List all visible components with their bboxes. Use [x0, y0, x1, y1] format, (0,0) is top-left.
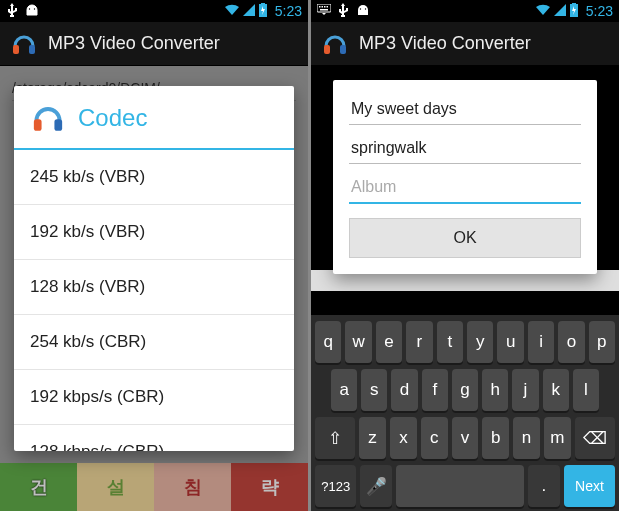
svg-rect-7 [54, 119, 62, 131]
action-bar: MP3 Video Converter [0, 22, 308, 66]
svg-rect-8 [317, 4, 331, 12]
key-k[interactable]: k [543, 369, 569, 411]
codec-list: 245 kb/s (VBR) 192 kb/s (VBR) 128 kb/s (… [14, 150, 294, 451]
svg-point-1 [34, 8, 35, 9]
signal-icon [554, 4, 566, 19]
codec-option[interactable]: 254 kb/s (CBR) [14, 315, 294, 370]
usb-icon [6, 3, 18, 20]
app-icon [321, 30, 349, 58]
app-title: MP3 Video Converter [359, 33, 531, 54]
key-v[interactable]: v [452, 417, 479, 459]
app-icon [10, 30, 38, 58]
svg-rect-10 [322, 6, 324, 8]
album-field[interactable] [349, 172, 581, 204]
key-p[interactable]: p [589, 321, 615, 363]
key-f[interactable]: f [422, 369, 448, 411]
key-y[interactable]: y [467, 321, 493, 363]
key-period[interactable]: . [528, 465, 560, 507]
svg-point-14 [360, 8, 361, 9]
key-j[interactable]: j [512, 369, 538, 411]
usb-icon [337, 3, 349, 20]
battery-icon [259, 3, 267, 20]
key-l[interactable]: l [573, 369, 599, 411]
key-e[interactable]: e [376, 321, 402, 363]
key-o[interactable]: o [558, 321, 584, 363]
key-r[interactable]: r [406, 321, 432, 363]
wifi-icon [225, 4, 239, 19]
keyboard-indicator-icon [317, 4, 331, 18]
artist-field[interactable] [349, 133, 581, 164]
key-s[interactable]: s [361, 369, 387, 411]
svg-rect-17 [572, 3, 576, 5]
key-t[interactable]: t [437, 321, 463, 363]
svg-rect-12 [327, 6, 329, 8]
key-symbols[interactable]: ?123 [315, 465, 356, 507]
svg-rect-5 [29, 45, 35, 54]
app-title: MP3 Video Converter [48, 33, 220, 54]
svg-rect-6 [34, 119, 42, 131]
metadata-dialog: OK [333, 80, 597, 274]
signal-icon [243, 4, 255, 19]
svg-rect-18 [324, 45, 330, 54]
key-d[interactable]: d [391, 369, 417, 411]
key-mic[interactable]: 🎤 [360, 465, 392, 507]
svg-rect-11 [324, 6, 326, 8]
svg-rect-9 [319, 6, 321, 8]
svg-point-0 [29, 8, 30, 9]
svg-rect-19 [340, 45, 346, 54]
key-h[interactable]: h [482, 369, 508, 411]
app-icon [30, 100, 66, 136]
soft-keyboard: q w e r t y u i o p a s d f g h j k l ⇧ … [311, 315, 619, 511]
wifi-icon [536, 4, 550, 19]
codec-option[interactable]: 128 kb/s (VBR) [14, 260, 294, 315]
svg-point-15 [365, 8, 366, 9]
key-shift[interactable]: ⇧ [315, 417, 355, 459]
key-u[interactable]: u [497, 321, 523, 363]
battery-icon [570, 3, 578, 20]
key-next[interactable]: Next [564, 465, 615, 507]
key-backspace[interactable]: ⌫ [575, 417, 615, 459]
key-b[interactable]: b [482, 417, 509, 459]
codec-option[interactable]: 245 kb/s (VBR) [14, 150, 294, 205]
status-time: 5:23 [586, 3, 613, 19]
key-x[interactable]: x [390, 417, 417, 459]
dialog-header: Codec [14, 86, 294, 150]
key-q[interactable]: q [315, 321, 341, 363]
key-space[interactable] [396, 465, 524, 507]
codec-option[interactable]: 192 kb/s (VBR) [14, 205, 294, 260]
status-time: 5:23 [275, 3, 302, 19]
key-a[interactable]: a [331, 369, 357, 411]
key-i[interactable]: i [528, 321, 554, 363]
svg-rect-3 [261, 3, 265, 5]
key-c[interactable]: c [421, 417, 448, 459]
codec-option[interactable]: 192 kbps/s (CBR) [14, 370, 294, 425]
key-m[interactable]: m [544, 417, 571, 459]
dialog-title: Codec [78, 104, 147, 132]
status-bar: 5:23 [0, 0, 308, 22]
ok-button[interactable]: OK [349, 218, 581, 258]
title-field[interactable] [349, 94, 581, 125]
action-bar: MP3 Video Converter [311, 22, 619, 66]
status-bar: 5:23 [311, 0, 619, 22]
codec-dialog: Codec 245 kb/s (VBR) 192 kb/s (VBR) 128 … [14, 86, 294, 451]
key-g[interactable]: g [452, 369, 478, 411]
key-n[interactable]: n [513, 417, 540, 459]
key-z[interactable]: z [359, 417, 386, 459]
svg-rect-4 [13, 45, 19, 54]
android-icon [24, 4, 40, 19]
svg-rect-13 [320, 9, 328, 11]
codec-option[interactable]: 128 kbps/s (CBR) [14, 425, 294, 451]
android-icon [355, 4, 371, 19]
key-w[interactable]: w [345, 321, 371, 363]
ad-banner[interactable]: 건 설 침 략 [0, 463, 308, 511]
